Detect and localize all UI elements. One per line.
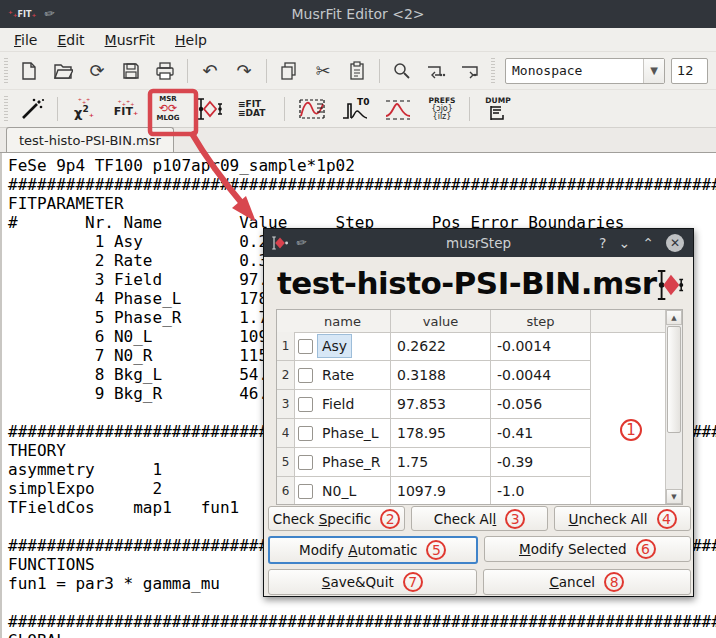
row-checkbox[interactable] xyxy=(298,455,313,470)
toolbar-drag-handle[interactable] xyxy=(2,58,10,84)
uncheck-all-button[interactable]: Uncheck All 4 xyxy=(554,506,691,531)
table-row[interactable]: 1 Asy 0.2622 -0.0014 xyxy=(277,332,665,361)
menu-file[interactable]: File xyxy=(4,30,47,50)
new-file-button[interactable] xyxy=(16,58,42,84)
step-cell[interactable]: -0.056 xyxy=(491,390,591,419)
modify-automatic-button[interactable]: Modify Automatic 5 xyxy=(268,536,478,564)
scrollbar-thumb[interactable] xyxy=(667,326,681,433)
check-all-button[interactable]: Check All 3 xyxy=(411,506,548,531)
value-cell[interactable]: 0.2622 xyxy=(391,332,491,361)
annotation-badge-1: 1 xyxy=(620,419,642,441)
param-name: Phase_R xyxy=(317,450,386,474)
header-step[interactable]: step xyxy=(491,310,591,332)
table-row[interactable]: 5 Phase_R 1.75 -0.39 xyxy=(277,448,665,477)
row-number: 4 xyxy=(277,419,295,448)
close-button[interactable]: ✕ xyxy=(666,234,684,252)
musrfit-run-icon[interactable]: ⁺₊⁺₊ FIT₊ xyxy=(106,93,146,125)
header-value[interactable]: value xyxy=(391,310,491,332)
row-number: 6 xyxy=(277,477,295,504)
name-cell[interactable]: Rate xyxy=(295,361,391,390)
maximize-button[interactable]: ⌃ xyxy=(642,235,654,251)
name-cell[interactable]: Field xyxy=(295,390,391,419)
font-family-value: Monospace xyxy=(506,63,643,78)
name-cell[interactable]: Phase_R xyxy=(295,448,391,477)
menu-help[interactable]: Help xyxy=(165,30,217,50)
dump-header-icon[interactable]: DUMP xyxy=(476,93,520,125)
menu-musrfit[interactable]: MusrFit xyxy=(95,30,165,50)
musrstep-icon[interactable] xyxy=(190,93,230,125)
font-family-combobox[interactable]: Monospace ▼ xyxy=(505,58,665,84)
minimize-button[interactable]: ⌄ xyxy=(619,235,631,251)
swap-msr-mlog-icon[interactable]: MSR ⟲⟳ MLOG xyxy=(148,93,188,125)
help-button[interactable]: ? xyxy=(599,235,606,251)
value-cell[interactable]: 97.853 xyxy=(391,390,491,419)
svg-text:T0: T0 xyxy=(357,97,369,107)
calc-chisq-icon[interactable]: ⁺₊⁺ χ2₊ xyxy=(64,93,104,125)
table-scrollbar[interactable]: ▲ ▼ xyxy=(665,310,682,504)
find-next-button[interactable] xyxy=(423,58,449,84)
value-cell[interactable]: 0.3188 xyxy=(391,361,491,390)
param-name: Rate xyxy=(317,363,359,387)
row-checkbox[interactable] xyxy=(298,339,313,354)
redo-button[interactable]: ↷ xyxy=(231,58,257,84)
name-cell[interactable]: Phase_L xyxy=(295,419,391,448)
prefs-icon[interactable]: PREFS {ɔjo} {ilz} xyxy=(421,93,463,125)
table-row[interactable]: 4 Phase_L 178.95 -0.41 xyxy=(277,419,665,448)
find-button[interactable] xyxy=(389,58,415,84)
musrfourier-icon[interactable] xyxy=(377,93,419,125)
name-cell[interactable]: Asy xyxy=(295,332,391,361)
annotation-badge-3: 3 xyxy=(505,509,525,529)
table-row[interactable]: 3 Field 97.853 -0.056 xyxy=(277,390,665,419)
scroll-up-icon[interactable]: ▲ xyxy=(666,310,682,325)
tab-test-histo-psi-bin[interactable]: test-histo-PSI-BIN.msr xyxy=(6,127,174,152)
musrview-icon[interactable] xyxy=(291,93,333,125)
font-size-spinbox[interactable]: 12 xyxy=(671,58,708,84)
chevron-down-icon[interactable]: ▼ xyxy=(643,59,664,83)
copy-button[interactable] xyxy=(276,58,302,84)
dialog-titlebar: ✐ musrStep ? ⌄ ⌃ ✕ xyxy=(264,229,693,257)
modify-selected-button[interactable]: Modify Selected 6 xyxy=(484,536,692,562)
step-cell[interactable]: -1.0 xyxy=(491,477,591,504)
annotation-badge-6: 6 xyxy=(636,539,656,559)
cancel-button[interactable]: Cancel 8 xyxy=(483,569,692,595)
msr2data-icon[interactable]: ≡FIT ≡DAT xyxy=(232,93,278,125)
row-checkbox[interactable] xyxy=(298,397,313,412)
table-row[interactable]: 2 Rate 0.3188 -0.0044 xyxy=(277,361,665,390)
table-row[interactable]: 6 N0_L 1097.9 -1.0 xyxy=(277,477,665,504)
step-cell[interactable]: -0.0044 xyxy=(491,361,591,390)
undo-button[interactable]: ↶ xyxy=(197,58,223,84)
param-name: N0_L xyxy=(317,479,361,503)
paste-button[interactable] xyxy=(344,58,370,84)
row-checkbox[interactable] xyxy=(298,426,313,441)
menu-edit[interactable]: Edit xyxy=(47,30,94,50)
row-number: 1 xyxy=(277,332,295,361)
value-cell[interactable]: 178.95 xyxy=(391,419,491,448)
step-cell[interactable]: -0.0014 xyxy=(491,332,591,361)
print-button[interactable] xyxy=(152,58,178,84)
step-cell[interactable]: -0.41 xyxy=(491,419,591,448)
row-checkbox[interactable] xyxy=(298,368,313,383)
dialog-heading: test-histo-PSI-BIN.msr xyxy=(277,265,656,301)
check-specific-button[interactable]: Check Specific 2 xyxy=(268,506,405,531)
cut-button[interactable]: ✂ xyxy=(310,58,336,84)
toolbar-drag-handle[interactable] xyxy=(2,96,10,122)
step-cell[interactable]: -0.39 xyxy=(491,448,591,477)
reload-file-button[interactable]: ⟳ xyxy=(84,58,110,84)
musrt0-icon[interactable]: T0 xyxy=(335,93,375,125)
value-cell[interactable]: 1.75 xyxy=(391,448,491,477)
msr-wizard-wand-icon[interactable] xyxy=(13,93,51,125)
value-cell[interactable]: 1097.9 xyxy=(391,477,491,504)
param-name: Phase_L xyxy=(317,421,384,445)
row-checkbox[interactable] xyxy=(298,484,313,499)
font-size-value: 12 xyxy=(677,63,694,78)
save-quit-button[interactable]: Save&Quit 7 xyxy=(268,569,477,595)
open-file-button[interactable] xyxy=(50,58,76,84)
save-file-button[interactable] xyxy=(118,58,144,84)
replace-button[interactable] xyxy=(457,58,483,84)
toolbar-drag-handle[interactable] xyxy=(489,58,497,84)
annotation-badge-5: 5 xyxy=(426,540,446,560)
header-name[interactable]: name xyxy=(295,310,391,332)
window-title: MusrFit Editor <2> xyxy=(0,6,716,22)
name-cell[interactable]: N0_L xyxy=(295,477,391,504)
scroll-down-icon[interactable]: ▼ xyxy=(666,489,682,504)
